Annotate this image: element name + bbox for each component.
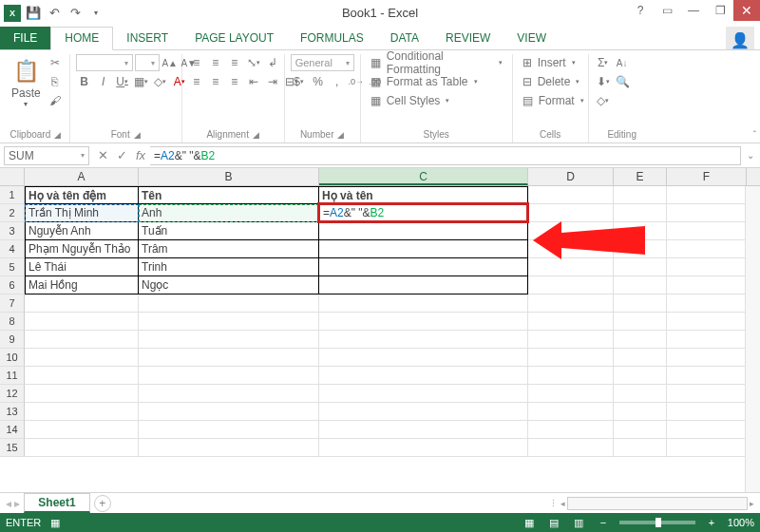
help-button[interactable]: ? — [627, 0, 654, 21]
cell[interactable] — [667, 421, 747, 439]
align-top-button[interactable]: ≡ — [188, 54, 205, 71]
alignment-dialog-launcher[interactable]: ◢ — [253, 130, 259, 140]
row-header[interactable]: 7 — [0, 294, 25, 313]
bold-button[interactable]: B — [76, 73, 93, 90]
cell[interactable] — [319, 439, 528, 457]
cell[interactable] — [25, 421, 139, 439]
clipboard-dialog-launcher[interactable]: ◢ — [54, 130, 61, 140]
cell[interactable] — [528, 294, 614, 313]
align-left-button[interactable]: ≡ — [188, 73, 205, 90]
cell[interactable] — [319, 240, 528, 258]
account-avatar[interactable]: 👤 — [726, 27, 754, 49]
row-header[interactable]: 13 — [0, 403, 25, 421]
cell[interactable] — [667, 240, 747, 258]
zoom-level[interactable]: 100% — [728, 517, 754, 528]
cell[interactable] — [614, 439, 667, 457]
cell[interactable] — [528, 186, 614, 204]
column-header-e[interactable]: E — [614, 168, 667, 185]
cell[interactable] — [614, 385, 667, 403]
sheet-nav[interactable]: ◂ ▸ — [6, 497, 20, 510]
cell[interactable] — [528, 421, 614, 439]
cell[interactable]: Trinh — [139, 258, 319, 276]
cell[interactable] — [614, 331, 667, 349]
row-header[interactable]: 4 — [0, 240, 25, 258]
font-name-combo[interactable]: ▾ — [76, 54, 133, 71]
tab-file[interactable]: FILE — [0, 27, 50, 49]
cell[interactable] — [25, 367, 139, 385]
row-header[interactable]: 9 — [0, 331, 25, 349]
save-button[interactable]: 💾 — [25, 5, 42, 22]
row-header[interactable]: 2 — [0, 204, 25, 222]
cell[interactable] — [25, 439, 139, 457]
cell[interactable] — [667, 439, 747, 457]
cell[interactable] — [139, 294, 319, 313]
vertical-scrollbar[interactable] — [745, 186, 760, 492]
cell[interactable] — [528, 313, 614, 331]
row-header[interactable]: 8 — [0, 313, 25, 331]
cell[interactable] — [319, 276, 528, 294]
cell[interactable] — [139, 313, 319, 331]
column-header-a[interactable]: A — [25, 168, 139, 185]
tab-home[interactable]: HOME — [50, 27, 113, 50]
active-cell-editing[interactable]: =A2&" "&B2 — [317, 202, 529, 223]
ribbon-display-button[interactable]: ▭ — [654, 0, 680, 21]
tab-review[interactable]: REVIEW — [432, 28, 504, 49]
cell[interactable] — [528, 367, 614, 385]
row-header[interactable]: 15 — [0, 439, 25, 457]
cell[interactable] — [667, 294, 747, 313]
row-header[interactable]: 10 — [0, 349, 25, 367]
cell[interactable] — [614, 367, 667, 385]
cell[interactable] — [139, 403, 319, 421]
zoom-in-button[interactable]: + — [703, 517, 720, 528]
cell[interactable] — [319, 294, 528, 313]
cell[interactable] — [614, 204, 667, 222]
align-center-button[interactable]: ≡ — [207, 73, 224, 90]
insert-cells-button[interactable]: ⊞Insert▾ — [519, 54, 582, 71]
tab-pagelayout[interactable]: PAGE LAYOUT — [181, 28, 287, 49]
cell[interactable] — [528, 222, 614, 240]
tab-insert[interactable]: INSERT — [113, 28, 181, 49]
increase-indent-button[interactable]: ⇥ — [264, 73, 281, 90]
worksheet-grid[interactable]: 1 Họ và tên đệm Tên Họ và tên 2 Trần Thị… — [0, 186, 760, 492]
font-size-combo[interactable]: ▾ — [135, 54, 160, 71]
cell[interactable] — [319, 421, 528, 439]
cell[interactable] — [667, 258, 747, 276]
cell[interactable]: Mai Hồng — [25, 276, 139, 294]
cell[interactable] — [139, 385, 319, 403]
zoom-out-button[interactable]: − — [595, 517, 612, 528]
number-format-combo[interactable]: General▾ — [291, 54, 354, 71]
cell[interactable] — [319, 222, 528, 240]
row-header[interactable]: 6 — [0, 276, 25, 294]
cell[interactable] — [528, 204, 614, 222]
cut-button[interactable]: ✂ — [47, 54, 64, 71]
cell[interactable] — [667, 204, 747, 222]
cell[interactable] — [528, 276, 614, 294]
format-cells-button[interactable]: ▤Format▾ — [519, 92, 582, 109]
cell[interactable] — [139, 421, 319, 439]
expand-formula-bar-button[interactable]: ⌄ — [741, 150, 760, 161]
cell[interactable] — [528, 331, 614, 349]
grow-font-button[interactable]: A▲ — [162, 54, 179, 71]
cell[interactable] — [139, 439, 319, 457]
cell[interactable] — [614, 222, 667, 240]
cell[interactable] — [25, 403, 139, 421]
conditional-formatting-button[interactable]: ▦Conditional Formatting▾ — [367, 54, 506, 71]
number-dialog-launcher[interactable]: ◢ — [337, 130, 344, 140]
cell[interactable] — [667, 186, 747, 204]
cell[interactable] — [614, 240, 667, 258]
cell[interactable]: Ngọc — [139, 276, 319, 294]
format-painter-button[interactable]: 🖌 — [47, 92, 64, 109]
row-header[interactable]: 5 — [0, 258, 25, 276]
italic-button[interactable]: I — [95, 73, 112, 90]
cell[interactable] — [139, 349, 319, 367]
cell[interactable] — [667, 403, 747, 421]
align-bottom-button[interactable]: ≡ — [226, 54, 243, 71]
cell[interactable] — [319, 367, 528, 385]
cell[interactable] — [614, 186, 667, 204]
cell[interactable]: Trâm — [139, 240, 319, 258]
copy-button[interactable]: ⎘ — [47, 73, 64, 90]
accounting-format-button[interactable]: $▾ — [291, 73, 308, 90]
cell[interactable] — [667, 367, 747, 385]
cell[interactable]: Phạm Nguyễn Thảo — [25, 240, 139, 258]
column-header-d[interactable]: D — [528, 168, 614, 185]
